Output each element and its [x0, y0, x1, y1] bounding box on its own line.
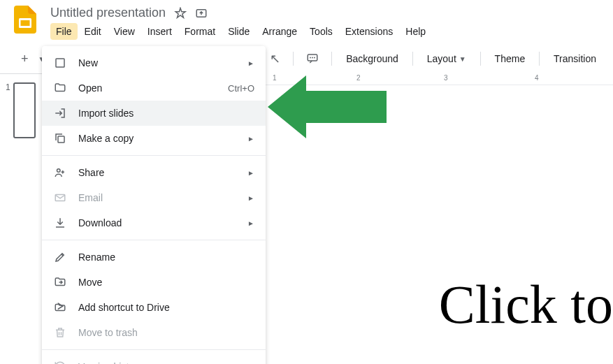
- menu-format[interactable]: Format: [179, 23, 221, 40]
- menu-item-rename[interactable]: Rename: [42, 245, 266, 270]
- shortcut-icon: [53, 300, 67, 314]
- menu-file[interactable]: File: [50, 23, 78, 40]
- menu-extensions[interactable]: Extensions: [340, 23, 398, 40]
- menu-divider: [42, 349, 266, 350]
- menu-item-label: Move: [78, 277, 254, 288]
- menu-item-label: Version history: [78, 361, 247, 364]
- menu-item-label: Download: [78, 217, 247, 228]
- header: Untitled presentation FileEditViewInsert…: [0, 0, 613, 40]
- menu-slide[interactable]: Slide: [222, 23, 255, 40]
- menu-item-move[interactable]: Move: [42, 270, 266, 295]
- menu-divider: [42, 155, 266, 156]
- copy-icon: [53, 131, 67, 145]
- menu-item-make-a-copy[interactable]: Make a copy►: [42, 126, 266, 151]
- move-to-drive-icon[interactable]: [195, 7, 208, 20]
- menu-item-move-to-trash: Move to trash: [42, 320, 266, 345]
- svg-marker-8: [268, 75, 387, 138]
- blank-icon: [53, 56, 67, 70]
- menu-item-label: Import slides: [78, 108, 254, 119]
- menu-item-label: Move to trash: [78, 327, 254, 338]
- annotation-text: Click to: [439, 273, 613, 336]
- title-area: Untitled presentation FileEditViewInsert…: [50, 6, 602, 40]
- file-menu: New►OpenCtrl+OImport slidesMake a copy►S…: [42, 46, 266, 364]
- pointer-tool-icon[interactable]: ↖: [266, 48, 284, 69]
- menu-item-share[interactable]: Share►: [42, 160, 266, 185]
- menu-item-import-slides[interactable]: Import slides: [42, 101, 266, 126]
- menu-item-open[interactable]: OpenCtrl+O: [42, 75, 266, 101]
- new-slide-button[interactable]: +: [17, 49, 33, 69]
- submenu-arrow-icon: ►: [247, 169, 254, 177]
- menu-arrange[interactable]: Arrange: [257, 23, 303, 40]
- menu-tools[interactable]: Tools: [304, 23, 338, 40]
- move-icon: [53, 275, 67, 289]
- submenu-arrow-icon: ►: [247, 135, 254, 143]
- submenu-arrow-icon: ►: [247, 59, 254, 67]
- menu-insert[interactable]: Insert: [142, 23, 178, 40]
- menu-item-new[interactable]: New►: [42, 50, 266, 75]
- annotation-arrow: [268, 75, 387, 141]
- menu-item-version-history: Version history►: [42, 354, 266, 364]
- menu-item-label: Make a copy: [78, 133, 247, 144]
- menu-edit[interactable]: Edit: [79, 23, 107, 40]
- trash-icon: [53, 326, 67, 340]
- menubar: FileEditViewInsertFormatSlideArrangeTool…: [50, 23, 602, 40]
- menu-item-label: Open: [78, 82, 228, 94]
- menu-item-label: Rename: [78, 252, 254, 263]
- menu-item-add-shortcut-to-drive[interactable]: Add shortcut to Drive: [42, 295, 266, 320]
- svg-rect-1: [21, 20, 30, 26]
- comment-icon[interactable]: [302, 50, 323, 68]
- rename-icon: [53, 250, 67, 264]
- svg-point-6: [57, 169, 61, 173]
- slide-number: 1: [6, 82, 10, 92]
- menu-item-label: Email: [78, 192, 247, 203]
- folder-icon: [53, 81, 67, 95]
- menu-item-download[interactable]: Download►: [42, 210, 266, 235]
- menu-item-label: Add shortcut to Drive: [78, 302, 254, 313]
- slide-panel: 1: [0, 74, 39, 364]
- layout-button[interactable]: Layout▼: [421, 50, 472, 67]
- menu-shortcut: Ctrl+O: [228, 83, 254, 94]
- transition-button[interactable]: Transition: [548, 50, 602, 67]
- svg-rect-4: [56, 59, 64, 67]
- submenu-arrow-icon: ►: [247, 194, 254, 202]
- email-icon: [53, 191, 67, 205]
- ruler-mark: 4: [535, 74, 539, 82]
- import-icon: [53, 106, 67, 120]
- slides-logo[interactable]: [11, 6, 39, 34]
- menu-item-label: Share: [78, 167, 247, 178]
- document-title[interactable]: Untitled presentation: [50, 6, 166, 20]
- theme-button[interactable]: Theme: [489, 50, 531, 67]
- download-icon: [53, 216, 67, 230]
- menu-item-email: Email►: [42, 185, 266, 210]
- ruler-mark: 3: [444, 74, 448, 82]
- submenu-arrow-icon: ►: [247, 219, 254, 227]
- menu-divider: [42, 240, 266, 240]
- background-button[interactable]: Background: [340, 50, 404, 67]
- star-icon[interactable]: [174, 7, 187, 20]
- menu-item-label: New: [78, 57, 247, 68]
- menu-help[interactable]: Help: [400, 23, 431, 40]
- slide-thumbnail[interactable]: [13, 82, 36, 138]
- share-icon: [53, 166, 67, 180]
- menu-view[interactable]: View: [108, 23, 140, 40]
- history-icon: [53, 360, 67, 364]
- svg-rect-5: [58, 136, 64, 143]
